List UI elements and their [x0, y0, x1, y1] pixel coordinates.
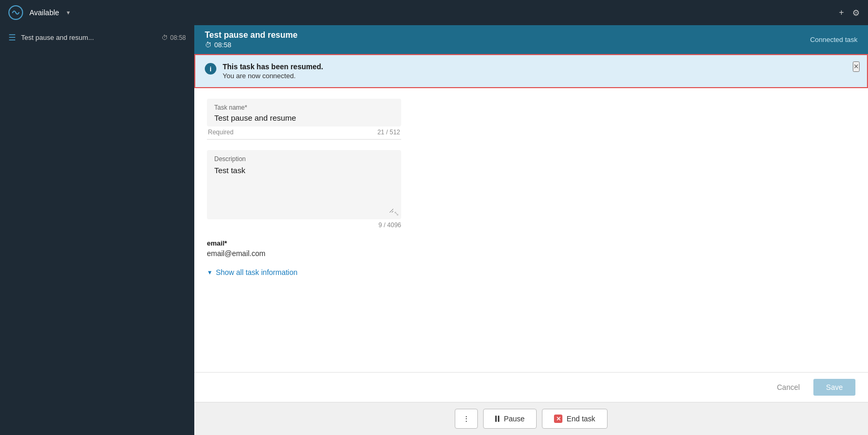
task-name-label: Task name*: [214, 104, 394, 111]
sidebar-task-item[interactable]: ☰ Test pause and resum... ⏱ 08:58: [0, 25, 194, 50]
triangle-icon: ▼: [207, 269, 213, 275]
email-section: email* email@email.com: [207, 239, 855, 258]
show-all-link[interactable]: ▼ Show all task information: [207, 268, 855, 277]
pause-button[interactable]: Pause: [483, 409, 537, 429]
notification-close-button[interactable]: ×: [853, 61, 860, 72]
sidebar-task-time: ⏱ 08:58: [162, 34, 186, 41]
end-task-label: End task: [567, 415, 595, 423]
notification-banner: i This task has been resumed. You are no…: [194, 54, 868, 88]
cancel-button[interactable]: Cancel: [768, 379, 808, 396]
task-name-meta: Required 21 / 512: [207, 129, 401, 136]
task-name-count: 21 / 512: [378, 129, 400, 136]
task-name-required: Required: [208, 129, 234, 136]
add-icon[interactable]: +: [839, 8, 844, 17]
content-header-left: Test pause and resume ⏱ 08:58: [205, 30, 298, 49]
description-field-box: Description ⤡: [207, 150, 401, 219]
app-wrapper: Available ▾ + ⚙ ☰ Test pause and resum..…: [0, 0, 868, 435]
content-area: Test pause and resume ⏱ 08:58 Connected …: [194, 25, 868, 435]
resize-handle-icon: ⤡: [394, 210, 399, 217]
content-title: Test pause and resume: [205, 30, 298, 40]
form-area: Task name* Test pause and resume Require…: [194, 88, 868, 372]
email-value: email@email.com: [207, 249, 855, 258]
save-button[interactable]: Save: [813, 379, 855, 396]
notification-subtitle: You are now connected.: [223, 72, 323, 80]
task-name-field-group: Task name* Test pause and resume Require…: [207, 99, 855, 140]
more-options-button[interactable]: ⋮: [455, 409, 478, 429]
main-layout: ☰ Test pause and resum... ⏱ 08:58 Test p…: [0, 25, 868, 435]
content-header-time: ⏱ 08:58: [205, 41, 298, 49]
pause-icon: [495, 416, 499, 422]
header-clock-icon: ⏱: [205, 41, 212, 49]
task-name-field-box: Task name* Test pause and resume: [207, 99, 401, 126]
content-header: Test pause and resume ⏱ 08:58 Connected …: [194, 25, 868, 54]
description-input[interactable]: [214, 166, 394, 213]
sidebar-task-name: Test pause and resum...: [21, 34, 156, 41]
clock-icon: ⏱: [162, 34, 168, 41]
task-name-value[interactable]: Test pause and resume: [214, 113, 394, 122]
top-bar: Available ▾ + ⚙: [0, 0, 868, 25]
task-bar: ⋮ Pause ✕ End task: [194, 402, 868, 435]
sidebar: ☰ Test pause and resum... ⏱ 08:58: [0, 25, 194, 435]
description-field-group: Description ⤡ 9 / 4096: [207, 150, 855, 229]
chevron-down-icon[interactable]: ▾: [67, 9, 70, 16]
divider: [207, 139, 401, 140]
info-icon: i: [205, 63, 216, 75]
footer-actions: Cancel Save: [194, 372, 868, 402]
notification-text: This task has been resumed. You are now …: [223, 62, 323, 80]
show-all-label: Show all task information: [216, 268, 298, 277]
connected-label: Connected task: [810, 36, 857, 44]
task-icon: ☰: [8, 33, 16, 43]
description-meta: 9 / 4096: [207, 221, 401, 229]
pause-label: Pause: [504, 415, 525, 423]
more-icon: ⋮: [463, 415, 470, 423]
end-task-button[interactable]: ✕ End task: [542, 409, 607, 429]
notification-title: This task has been resumed.: [223, 62, 323, 71]
end-task-icon: ✕: [554, 415, 562, 423]
status-label: Available: [29, 8, 59, 17]
settings-icon[interactable]: ⚙: [852, 8, 860, 18]
app-logo: [8, 5, 23, 20]
header-time-value: 08:58: [214, 41, 232, 49]
email-label: email*: [207, 239, 855, 247]
top-bar-actions: + ⚙: [839, 8, 860, 18]
description-label: Description: [214, 155, 394, 163]
description-count: 9 / 4096: [379, 221, 401, 229]
